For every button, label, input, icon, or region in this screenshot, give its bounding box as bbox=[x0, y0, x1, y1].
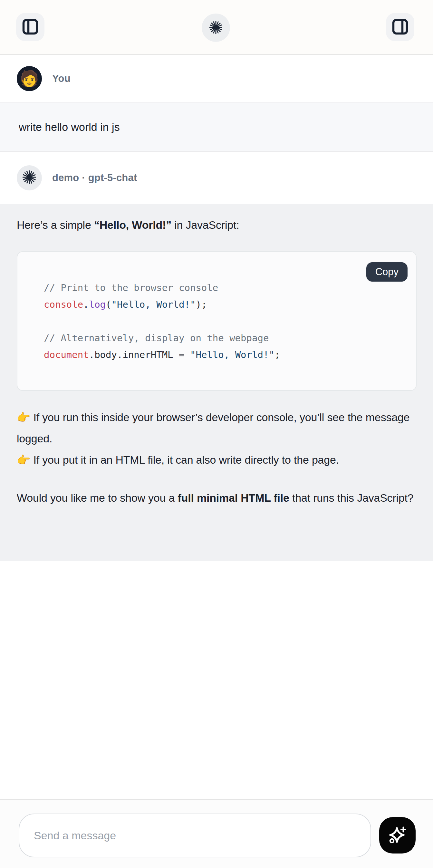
send-button[interactable] bbox=[379, 817, 415, 854]
person-emoji: 🧑 bbox=[20, 71, 39, 86]
code-block: Copy // Print to the browser console con… bbox=[17, 251, 416, 391]
app-logo-button[interactable] bbox=[202, 13, 230, 42]
right-panel-toggle-button[interactable] bbox=[386, 13, 414, 41]
chat-app: 🧑 You write hello world in js bbox=[0, 0, 433, 868]
assistant-name-label: demo · gpt-5-chat bbox=[52, 172, 137, 184]
assistant-message: Here’s a simple “Hello, World!” in JavaS… bbox=[0, 204, 433, 561]
sparkle-icon bbox=[387, 825, 408, 846]
user-message-text: write hello world in js bbox=[19, 121, 120, 133]
sidebar-toggle-button[interactable] bbox=[16, 13, 44, 41]
panel-left-icon bbox=[22, 19, 38, 36]
user-message: write hello world in js bbox=[0, 102, 433, 152]
starburst-logo-icon bbox=[209, 20, 223, 35]
assistant-paragraph-tips: 👉 If you run this inside your browser’s … bbox=[17, 407, 416, 470]
composer-bar bbox=[0, 799, 433, 868]
user-avatar: 🧑 bbox=[17, 66, 42, 91]
top-bar bbox=[0, 0, 433, 55]
assistant-message-header: demo · gpt-5-chat bbox=[0, 152, 433, 204]
user-name-label: You bbox=[52, 73, 70, 85]
code-content: // Print to the browser console console.… bbox=[44, 279, 403, 363]
empty-scroll-area bbox=[0, 561, 433, 799]
starburst-avatar-icon bbox=[22, 170, 37, 186]
assistant-intro-text: Here’s a simple “Hello, World!” in JavaS… bbox=[17, 217, 416, 232]
assistant-paragraph-followup: Would you like me to show you a full min… bbox=[17, 487, 416, 508]
assistant-avatar bbox=[17, 165, 42, 190]
user-message-header: 🧑 You bbox=[0, 55, 433, 102]
message-input[interactable] bbox=[19, 813, 371, 857]
panel-right-icon bbox=[392, 19, 408, 36]
copy-code-button[interactable]: Copy bbox=[366, 262, 407, 282]
